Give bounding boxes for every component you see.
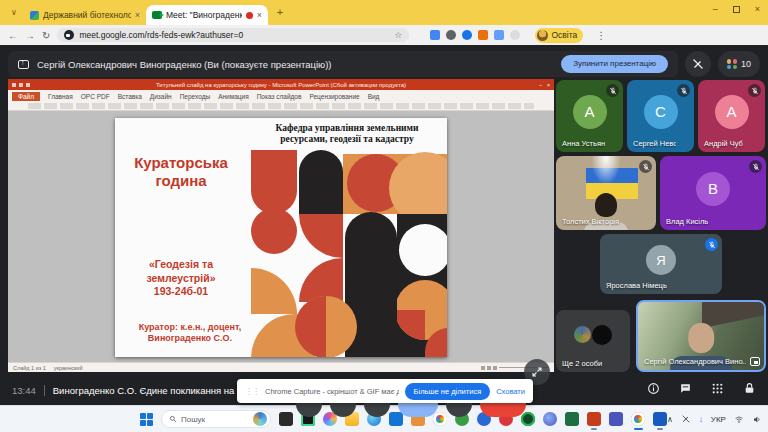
browser-tab-university[interactable]: Державний біотехнологічний × — [24, 5, 146, 25]
download-arrow-icon[interactable]: ↓ — [699, 415, 703, 424]
meet-window: Сергій Олександрович Винограденко (Ви (п… — [0, 45, 768, 405]
quick-access-toolbar — [12, 83, 30, 87]
capture-extension-icon[interactable] — [430, 30, 440, 40]
extension-icon[interactable] — [446, 30, 456, 40]
chat-preview: 13:44 Винограденко С.О. Єдине покликання… — [12, 385, 263, 396]
ribbon-tab[interactable]: Дизайн — [150, 93, 172, 100]
close-button[interactable]: × — [755, 4, 760, 14]
presentation-icon — [18, 60, 29, 69]
tab-close-icon[interactable]: × — [135, 10, 140, 20]
hide-link[interactable]: Сховати — [496, 387, 525, 396]
participant-tile[interactable]: С Сергей Невол... — [627, 80, 694, 152]
close-button[interactable]: × — [547, 82, 550, 88]
ribbon-tab[interactable]: Переходы — [180, 93, 211, 100]
powerpoint-ribbon — [8, 102, 554, 111]
minimize-button[interactable]: – — [539, 82, 542, 88]
back-button[interactable]: ← — [8, 30, 18, 41]
ribbon-tab[interactable]: Анимация — [218, 93, 249, 100]
ribbon-tab[interactable]: Главная — [48, 93, 73, 100]
round-app-icon[interactable] — [543, 412, 557, 426]
participant-name: Сергей Невол... — [633, 139, 676, 148]
participant-video-tile[interactable]: Толстих Вікторія — [556, 156, 656, 230]
tab-close-icon[interactable]: × — [257, 10, 262, 20]
stop-presenting-button[interactable]: Зупинити презентацію — [561, 55, 668, 72]
site-info-icon[interactable] — [64, 30, 74, 40]
pen-disabled-icon[interactable] — [681, 414, 691, 424]
host-controls-lock-icon[interactable] — [743, 382, 756, 395]
more-participants-tile[interactable]: Ще 2 особи — [556, 310, 630, 372]
browser-tab-meet[interactable]: Meet: "Винограденко С.О." × — [146, 5, 268, 25]
participant-tile[interactable]: А Андрій Чуб — [698, 80, 765, 152]
avatar: А — [573, 95, 607, 129]
meet-header: Сергій Олександрович Винограденко (Ви (п… — [8, 51, 760, 77]
minimize-button[interactable]: – — [713, 4, 718, 14]
pip-icon[interactable] — [750, 357, 760, 366]
reload-button[interactable]: ↻ — [42, 30, 50, 41]
participants-count-button[interactable]: 10 — [718, 51, 760, 77]
wifi-icon[interactable] — [734, 415, 744, 424]
forward-button[interactable]: → — [25, 30, 35, 41]
annotation-off-button[interactable] — [685, 51, 711, 77]
meet-side-actions — [647, 382, 756, 395]
ribbon-tab[interactable]: Рецензирование — [309, 93, 359, 100]
info-icon[interactable] — [647, 382, 660, 395]
slide-title: Кураторська година — [115, 154, 247, 190]
tray-chevron-icon[interactable]: ∧ — [667, 415, 673, 424]
powerpoint-icon[interactable] — [587, 412, 601, 426]
ribbon-tab-file[interactable]: Файл — [12, 92, 40, 101]
participant-tile[interactable]: Я Ярослава Німець — [600, 234, 722, 294]
bookmark-star-icon[interactable]: ☆ — [394, 30, 402, 40]
avatar — [537, 30, 548, 41]
participant-name: Анна Устьянова — [562, 139, 605, 148]
powerpoint-ribbon-tabs: Файл Главная OPC PDF Вставка Дизайн Пере… — [8, 90, 554, 102]
mic-off-icon — [705, 238, 718, 251]
extensions-row — [430, 30, 520, 40]
mic-off-icon — [677, 84, 690, 97]
extension-icon[interactable] — [494, 30, 504, 40]
drag-handle-icon[interactable]: ⋮⋮ — [245, 387, 259, 396]
extensions-puzzle-icon[interactable] — [510, 30, 520, 40]
powerpoint-title: Титульний слайд на кураторську годину - … — [8, 82, 554, 88]
ribbon-tab[interactable]: Вставка — [118, 93, 142, 100]
word-icon[interactable] — [653, 412, 667, 426]
new-tab-button[interactable]: + — [272, 5, 288, 21]
avatar: А — [715, 95, 749, 129]
extension-icon[interactable] — [462, 30, 472, 40]
chat-message: Винограденко С.О. Єдине покликання на ус… — [53, 385, 264, 396]
tab-search-button[interactable]: ∨ — [6, 5, 22, 21]
meet-favicon-icon — [152, 11, 162, 19]
activities-grid-icon[interactable] — [711, 382, 724, 395]
mic-off-icon — [749, 160, 762, 173]
powerpoint-window-controls: – × — [539, 82, 550, 88]
teams-icon[interactable] — [609, 412, 623, 426]
profile-button[interactable]: Освіта — [535, 28, 583, 43]
ribbon-tab[interactable]: OPC PDF — [81, 93, 110, 100]
maximize-button[interactable] — [733, 6, 740, 13]
participant-tile[interactable]: А Анна Устьянова — [556, 80, 623, 152]
taskview-icon[interactable] — [279, 412, 293, 426]
stacked-avatars-icon — [574, 325, 612, 345]
mic-off-icon — [748, 84, 761, 97]
taskbar-search[interactable]: Пошук — [161, 410, 271, 428]
participant-tile[interactable]: В Влад Кисіль — [660, 156, 766, 230]
powerpoint-titlebar: Титульний слайд на кураторську годину - … — [8, 79, 554, 90]
ribbon-tab[interactable]: Вид — [368, 93, 380, 100]
address-bar[interactable]: meet.google.com/rds-feds-ewk?authuser=0 … — [57, 28, 409, 42]
stop-sharing-button[interactable]: Більше не ділитися — [405, 383, 491, 400]
slide-curator-text: Куратор: к.е.н., доцент, Винограденко С.… — [115, 322, 265, 345]
excel-icon[interactable] — [565, 412, 579, 426]
chrome-active-icon[interactable] — [631, 412, 645, 426]
language-indicator[interactable]: УКР — [711, 415, 726, 424]
participant-count: 10 — [741, 59, 751, 69]
chat-icon[interactable] — [679, 382, 692, 395]
ribbon-tab[interactable]: Показ слайдов — [257, 93, 302, 100]
presenter-video-tile[interactable]: Сергій Олександрович Вино... — [636, 300, 766, 372]
tab-title: Державний біотехнологічний — [43, 10, 131, 20]
participant-name: Андрій Чуб — [704, 139, 747, 148]
browser-menu-icon[interactable]: ⋮ — [596, 30, 606, 41]
window-controls: – × — [713, 4, 760, 14]
extension-icon[interactable] — [478, 30, 488, 40]
start-button[interactable] — [140, 413, 153, 426]
volume-icon[interactable] — [752, 415, 762, 424]
system-tray: ∧ ↓ УКР 13:44 25.02.2026 — [667, 411, 768, 427]
